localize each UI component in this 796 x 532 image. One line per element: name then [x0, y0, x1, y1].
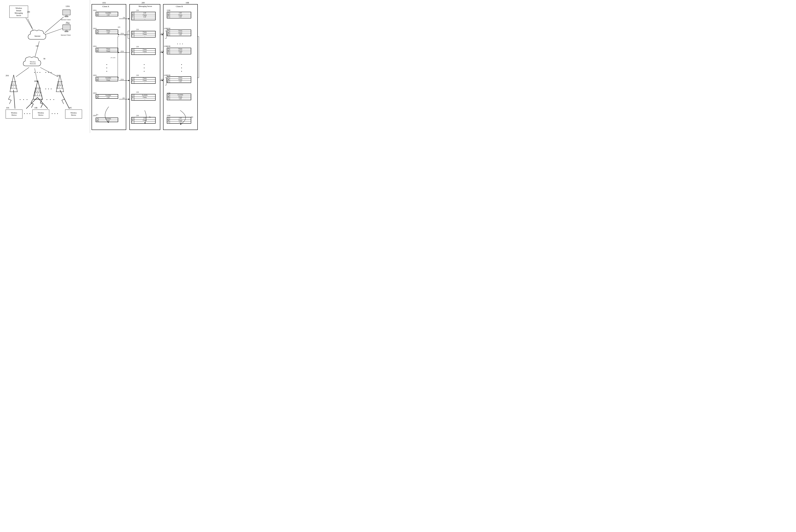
- left-diagram: Wireless Instant Messaging Server 200 In…: [0, 0, 90, 133]
- svg-rect-19: [65, 31, 68, 32]
- label-internet-client-1: Internet Client: [61, 19, 71, 21]
- svg-rect-17: [63, 25, 70, 29]
- dots-middle: • • •: [34, 71, 41, 74]
- tower-20A: [9, 75, 18, 93]
- section-server: [129, 4, 160, 130]
- table-clientB-5: AAvailable BChatty CCAT: [167, 94, 191, 100]
- dots-middle2: • • •: [45, 71, 52, 74]
- label-200-left: 200: [27, 11, 30, 13]
- device-10C: Wireless Device: [65, 110, 82, 118]
- dots-towers: • • •: [45, 88, 52, 91]
- table-clientB-3: AChatty BChatty CCAT: [167, 48, 191, 54]
- label-section-10B: 10B: [186, 1, 189, 4]
- table-server-4: AChatty BChatty ......: [131, 77, 156, 84]
- server-box: Wireless Instant Messaging Server: [10, 6, 28, 18]
- table-clientB-2: AChatty BChatty CCAT: [167, 30, 191, 36]
- table-server-6: ACAT BChatty ......: [131, 117, 156, 124]
- table-server-1: ACAT BChatty CCAT ......: [131, 12, 156, 20]
- label-90: 90: [43, 58, 45, 60]
- label-20C: 20C: [57, 75, 60, 77]
- label-10C: 10C: [69, 107, 72, 109]
- server-title: Messaging Server: [132, 5, 158, 7]
- table-clientA-5: AAvailable BCAT: [96, 94, 118, 99]
- svg-line-55: [61, 85, 62, 89]
- section-clientB: [163, 4, 198, 130]
- svg-line-1: [28, 19, 32, 28]
- dots-computers: •: [67, 21, 68, 24]
- label-20A: 20A: [6, 75, 9, 77]
- internet-cloud: Internet: [27, 29, 48, 43]
- svg-marker-20: [10, 75, 17, 92]
- device-10A: Wireless Device: [6, 110, 22, 118]
- tower-20C: [55, 75, 64, 93]
- svg-line-3: [45, 28, 64, 35]
- table-clientB-4: AChatty BChatty CCAT: [167, 76, 191, 83]
- svg-line-30: [13, 85, 14, 89]
- table-server-2: AChatty BChatty ......: [131, 31, 156, 37]
- svg-marker-44: [56, 75, 64, 92]
- internet-label: Internet: [35, 35, 40, 37]
- svg-line-43: [39, 92, 40, 96]
- table-clientB-6: ACAT BChatty CCAT: [167, 117, 191, 124]
- table-clientA-1: AAvailable BCAT: [96, 12, 118, 16]
- svg-marker-32: [33, 80, 42, 99]
- dots-devices-1: • • •: [24, 112, 31, 115]
- svg-line-50: [59, 81, 61, 85]
- label-20B: 20B: [34, 80, 37, 82]
- svg-line-41: [35, 92, 36, 96]
- svg-line-38: [37, 88, 39, 92]
- label-10B: 10B: [34, 107, 37, 109]
- wireless-network-label: Wireless Network: [30, 61, 36, 64]
- right-diagram: 10A 200 10B Client A Messaging Server Cl…: [90, 0, 199, 133]
- label-internet-client-2: Internet Client: [61, 34, 71, 36]
- label-100: 100: [36, 45, 38, 47]
- table-clientA-6: AAvailable BCAT: [96, 118, 118, 122]
- table-clientA-3: AChatty BChatty: [96, 48, 118, 52]
- section-clientA: [92, 4, 126, 130]
- label-section-10A: 10A: [102, 1, 106, 4]
- svg-line-42: [37, 92, 38, 96]
- svg-rect-13: [63, 10, 70, 14]
- label-section-200: 200: [141, 1, 145, 4]
- label-120A: 120A: [65, 5, 70, 7]
- dots-devices-2: • • •: [52, 112, 59, 115]
- svg-line-31: [15, 85, 16, 89]
- svg-line-26: [13, 81, 15, 85]
- lightning-dots-1: • • •: [20, 98, 29, 101]
- computer-120A: [62, 10, 73, 19]
- label-120B: 120B: [65, 22, 70, 24]
- clientB-dots-1: • • •: [177, 43, 184, 45]
- table-server-5: AAvailable BChatty ......: [131, 94, 156, 100]
- tower-20B: [32, 80, 43, 101]
- table-clientA-2: AChatty BCAT: [96, 30, 118, 34]
- clientB-title: Client B: [176, 5, 183, 7]
- wireless-network-cloud: Wireless Network: [22, 56, 43, 69]
- svg-line-4: [35, 41, 39, 58]
- table-clientB-1: ACAT BChatty CCAT: [167, 12, 191, 18]
- computer-120B: [62, 24, 73, 34]
- device-10B: Wireless Device: [32, 110, 49, 118]
- table-clientA-4: AAvailable BChatty: [96, 77, 118, 81]
- svg-line-54: [59, 85, 60, 89]
- lightning-dots-2: • • •: [46, 98, 55, 101]
- clientA-title: Client A: [102, 5, 109, 7]
- table-server-3: AChatty BChatty ......: [131, 48, 156, 55]
- label-10A: 10A: [6, 107, 9, 109]
- svg-rect-15: [65, 16, 68, 17]
